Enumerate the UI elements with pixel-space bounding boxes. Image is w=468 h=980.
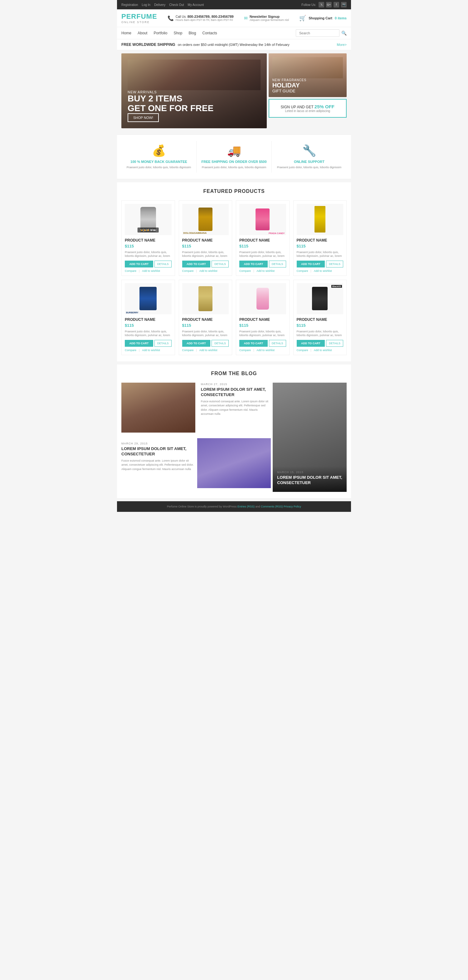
- product-links-7: Compare | Add to wishlist: [239, 348, 286, 352]
- nav-shop[interactable]: Shop: [173, 27, 182, 39]
- feature-free-shipping: 🚚 FREE SHIPPING ON ORDER OVER $500 Praes…: [197, 141, 272, 173]
- details-7[interactable]: DETAILS: [269, 340, 286, 347]
- product-actions-2[interactable]: ADD TO CART DETAILS: [182, 261, 229, 267]
- header-contact: 📞 Call Us: 800-23456789, 800-23456789 Ho…: [168, 15, 234, 22]
- star-5: ★: [153, 229, 156, 232]
- blog-date-2: MARCH 29, 2015: [121, 442, 195, 445]
- footer-rss-entries[interactable]: Entries (RSS): [238, 505, 255, 508]
- wishlist-1[interactable]: Add to wishlist: [142, 269, 160, 272]
- blog-post-image-1: [121, 383, 195, 436]
- details-4[interactable]: DETAILS: [326, 261, 343, 267]
- search-input[interactable]: [296, 29, 339, 37]
- header-cart[interactable]: 🛒 Shopping Cart 0 items: [299, 15, 347, 22]
- blog-text-2: Fusce euismod consequat ante. Lorem ipsu…: [121, 459, 195, 472]
- footer-rss-comments[interactable]: Comments (RSS): [261, 505, 283, 508]
- product-actions-1[interactable]: ADD TO CART DETAILS: [125, 261, 171, 267]
- product-actions-5[interactable]: ADD TO CART DETAILS: [125, 340, 171, 347]
- add-to-cart-1[interactable]: ADD TO CART: [125, 261, 153, 267]
- features-section: 💰 100 % MONEY BACK GUARANTEE Praesent ju…: [117, 135, 351, 179]
- add-to-cart-5[interactable]: ADD TO CART: [125, 340, 153, 347]
- nav-contacts[interactable]: Contacts: [202, 27, 217, 39]
- add-to-cart-6[interactable]: ADD TO CART: [182, 340, 211, 347]
- feature-desc-1: Praesent justo dolor, lobortis quis, lob…: [126, 165, 192, 169]
- blog-date-1: MARCH 27, 2015: [201, 383, 271, 386]
- instagram-icon[interactable]: 📷: [341, 2, 347, 8]
- signup-box[interactable]: SIGN UP AND GET 25% OFF Leted in lacus u…: [269, 99, 347, 118]
- call-label: Call Us: 800-23456789, 800-23456789: [176, 15, 234, 18]
- details-6[interactable]: DETAILS: [211, 340, 229, 347]
- compare-1[interactable]: Compare: [125, 269, 136, 272]
- compare-4[interactable]: Compare: [297, 269, 308, 272]
- product-card-6: PRODUCT NAME $115 Praesent justo dolor, …: [179, 280, 232, 355]
- twitter-icon[interactable]: 𝕏: [319, 2, 324, 8]
- nav-portfolio[interactable]: Portfolio: [154, 27, 167, 39]
- product-actions-7[interactable]: ADD TO CART DETAILS: [239, 340, 286, 347]
- star-1: ★: [140, 229, 143, 232]
- star-3: ★: [147, 229, 149, 232]
- nav-myaccount[interactable]: My Account: [188, 3, 204, 6]
- feature-online-support: 🔧 ONLINE SUPPORT Praesent justo dolor, l…: [272, 141, 347, 173]
- product-actions-4[interactable]: ADD TO CART DETAILS: [297, 261, 344, 267]
- product-image-2: DOLCE&GABBANA: [182, 204, 229, 235]
- social-icons[interactable]: 𝕏 G+ f 📷: [319, 2, 347, 8]
- wishlist-6[interactable]: Add to wishlist: [199, 348, 217, 352]
- compare-6[interactable]: Compare: [182, 348, 194, 352]
- compare-5[interactable]: Compare: [125, 348, 136, 352]
- google-plus-icon[interactable]: G+: [326, 2, 332, 8]
- signup-percent: 25% OFF: [314, 104, 335, 109]
- phone-numbers: 800-23456789, 800-23456789: [187, 15, 234, 18]
- wishlist-5[interactable]: Add to wishlist: [142, 348, 160, 352]
- wishlist-3[interactable]: Add to wishlist: [257, 269, 274, 272]
- wishlist-4[interactable]: Add to wishlist: [314, 269, 332, 272]
- compare-2[interactable]: Compare: [182, 269, 194, 272]
- compare-8[interactable]: Compare: [297, 348, 308, 352]
- nav-registration[interactable]: Registration: [121, 3, 138, 6]
- search-button[interactable]: 🔍: [341, 30, 347, 36]
- cart-icon: 🛒: [299, 15, 306, 22]
- blog-section: FROM THE BLOG MARCH 27, 2015 LOREM IPSUM…: [117, 364, 351, 498]
- product-card-5: BURBERRY PRODUCT NAME $115 Praesent just…: [121, 280, 175, 355]
- top-bar-links[interactable]: Registration Log In Delivery Check Out M…: [121, 3, 204, 6]
- add-to-cart-7[interactable]: ADD TO CART: [239, 340, 268, 347]
- product-actions-8[interactable]: ADD TO CART DETAILS: [297, 340, 344, 347]
- product-links-2: Compare | Add to wishlist: [182, 269, 229, 272]
- nav-delivery[interactable]: Delivery: [154, 3, 165, 6]
- footer-privacy-policy[interactable]: Privacy Policy: [284, 505, 301, 508]
- holiday-sub: GIFT GUIDE: [272, 89, 343, 93]
- add-to-cart-8[interactable]: ADD TO CART: [297, 340, 325, 347]
- add-to-cart-2[interactable]: ADD TO CART: [182, 261, 211, 267]
- hero-title: BUY 2 ITEMS GET ONE FOR FREE: [128, 94, 260, 113]
- nav-about[interactable]: About: [138, 27, 147, 39]
- nav-links[interactable]: Home About Portfolio Shop Blog Contacts: [121, 27, 217, 39]
- add-to-cart-4[interactable]: ADD TO CART: [297, 261, 325, 267]
- nav-search[interactable]: 🔍: [296, 29, 347, 37]
- product-actions-3[interactable]: ADD TO CART DETAILS: [239, 261, 286, 267]
- details-5[interactable]: DETAILS: [154, 340, 171, 347]
- details-3[interactable]: DETAILS: [269, 261, 286, 267]
- product-links-6: Compare | Add to wishlist: [182, 348, 229, 352]
- product-name-8: PRODUCT NAME: [297, 317, 344, 322]
- product-actions-6[interactable]: ADD TO CART DETAILS: [182, 340, 229, 347]
- hero-content: NEW ARRIVALS BUY 2 ITEMS GET ONE FOR FRE…: [128, 90, 260, 122]
- compare-3[interactable]: Compare: [239, 269, 251, 272]
- shipping-more[interactable]: More>: [337, 43, 347, 46]
- star-2: ★: [144, 229, 146, 232]
- wishlist-8[interactable]: Add to wishlist: [314, 348, 332, 352]
- newsletter-sub: Aliquam congue fermentum nisl: [250, 18, 289, 22]
- nav-login[interactable]: Log In: [142, 3, 151, 6]
- details-8[interactable]: DETAILS: [326, 340, 343, 347]
- wishlist-2[interactable]: Add to wishlist: [199, 269, 217, 272]
- nav-blog[interactable]: Blog: [189, 27, 196, 39]
- nav-checkout[interactable]: Check Out: [169, 3, 184, 6]
- details-1[interactable]: DETAILS: [154, 261, 171, 267]
- hero-shop-button[interactable]: SHOP NOW!: [128, 113, 159, 122]
- newsletter-label: Newsletter Signup: [250, 15, 289, 18]
- wishlist-7[interactable]: Add to wishlist: [257, 348, 274, 352]
- product-card-7: PRODUCT NAME $115 Praesent justo dolor, …: [236, 280, 290, 355]
- compare-7[interactable]: Compare: [239, 348, 251, 352]
- blog-post-image-2: [197, 438, 271, 492]
- add-to-cart-3[interactable]: ADD TO CART: [239, 261, 268, 267]
- nav-home[interactable]: Home: [121, 27, 132, 39]
- facebook-icon[interactable]: f: [333, 2, 339, 8]
- details-2[interactable]: DETAILS: [211, 261, 229, 267]
